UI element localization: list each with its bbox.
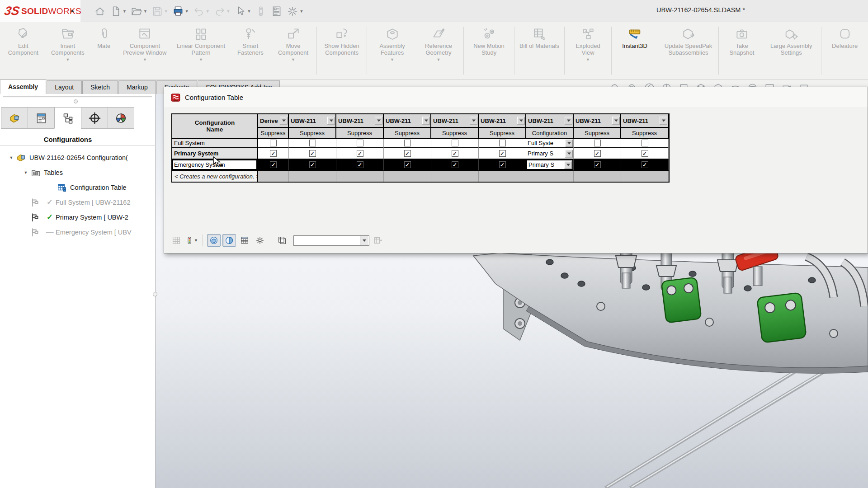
- dropdown-arrow-icon[interactable]: ▼: [143, 9, 147, 14]
- column-dropdown-button[interactable]: [470, 117, 477, 125]
- expander-icon[interactable]: ▼: [6, 155, 16, 160]
- move-component-button[interactable]: Move Component▼: [272, 26, 315, 62]
- column-header-8[interactable]: UBW-211: [621, 114, 669, 128]
- suppress-cell[interactable]: ✓: [336, 160, 384, 171]
- tree-item-full-system-ubw-21162[interactable]: ✓Full System [ UBW-21162: [0, 195, 156, 210]
- dropdown-arrow-icon[interactable]: ▼: [185, 9, 189, 14]
- suppress-cell[interactable]: [336, 139, 384, 148]
- suppress-checkbox[interactable]: ✓: [452, 150, 458, 157]
- flyout-arrow-icon[interactable]: ▼: [66, 57, 70, 62]
- suppress-checkbox[interactable]: ✓: [357, 150, 363, 157]
- column-header-3[interactable]: UBW-211: [384, 114, 431, 128]
- save-button[interactable]: ▼: [150, 4, 170, 19]
- suppress-checkbox[interactable]: ✓: [452, 161, 458, 168]
- suppress-cell[interactable]: ✓: [431, 160, 479, 171]
- suppress-checkbox[interactable]: ✓: [594, 150, 601, 157]
- exploded-view-button[interactable]: Exploded View▼: [566, 26, 609, 62]
- suppress-checkbox[interactable]: ✓: [404, 161, 411, 168]
- suppress-cell[interactable]: [431, 139, 479, 148]
- show-configurations-button[interactable]: [207, 234, 221, 247]
- suppress-cell[interactable]: [574, 139, 621, 148]
- file-properties-button[interactable]: [269, 4, 284, 19]
- suppress-cell[interactable]: ✓: [384, 148, 431, 160]
- panel-splitter[interactable]: [3, 96, 152, 98]
- suppress-cell[interactable]: ✓: [574, 160, 621, 171]
- tree-item-tables[interactable]: ▼Tables: [0, 165, 156, 180]
- column-header-7[interactable]: UBW-211: [574, 114, 621, 128]
- new-configuration-cell[interactable]: < Creates a new configuration. >: [172, 171, 258, 182]
- copy-table-button[interactable]: [275, 234, 289, 247]
- suppress-checkbox[interactable]: [642, 140, 648, 146]
- flyout-arrow-icon[interactable]: ▼: [437, 57, 441, 62]
- tab-sketch[interactable]: Sketch: [82, 80, 118, 94]
- suppress-cell[interactable]: ✓: [258, 148, 289, 160]
- panel-tab-dimxpert[interactable]: [81, 107, 108, 129]
- config-dropdown-button[interactable]: [565, 150, 573, 157]
- update-table-button[interactable]: [371, 234, 385, 247]
- table-parameters-button[interactable]: [238, 234, 251, 247]
- tree-item-primary-system-ubw-2[interactable]: ✓Primary System [ UBW-2: [0, 210, 156, 225]
- flyout-arrow-icon[interactable]: ▼: [143, 57, 147, 62]
- mate-button[interactable]: Mate: [91, 26, 117, 49]
- suppress-checkbox[interactable]: [499, 140, 506, 146]
- touch-mode-button[interactable]: [254, 4, 268, 19]
- panel-tab-display-manager[interactable]: [108, 107, 134, 129]
- suppress-cell[interactable]: ✓: [431, 148, 479, 160]
- config-name-cell-full-system[interactable]: Full System: [172, 139, 258, 148]
- suppress-cell[interactable]: [384, 139, 431, 148]
- dialog-title-bar[interactable]: Configuration Table: [164, 87, 868, 107]
- expander-icon[interactable]: ▼: [21, 170, 31, 175]
- suppress-cell[interactable]: ✓: [479, 160, 526, 171]
- suppress-checkbox[interactable]: ✓: [642, 150, 648, 157]
- column-dropdown-button[interactable]: [327, 117, 335, 125]
- new-document-button[interactable]: ▼: [108, 4, 128, 19]
- traffic-light-button[interactable]: ▼: [185, 234, 198, 247]
- tree-item-configuration-table[interactable]: Configuration Table: [0, 180, 156, 195]
- suppress-cell[interactable]: [289, 139, 336, 148]
- suppress-checkbox[interactable]: ✓: [270, 150, 277, 157]
- tree-item-emergency-system-ubv[interactable]: —Emergency System [ UBV: [0, 225, 156, 239]
- tree-item-ubw-21162-02654-configuration[interactable]: ▼UBW-21162-02654 Configuration(: [0, 150, 156, 165]
- suppress-cell[interactable]: ✓: [574, 148, 621, 160]
- table-settings-button[interactable]: [253, 234, 267, 247]
- column-header-4[interactable]: UBW-211: [431, 114, 479, 128]
- new-motion-study-button[interactable]: New Motion Study: [466, 26, 512, 56]
- column-dropdown-button[interactable]: [565, 117, 572, 125]
- print-button[interactable]: ▼: [171, 4, 190, 19]
- logo-expand-arrow[interactable]: ▸: [71, 7, 75, 14]
- column-dropdown-button[interactable]: [517, 117, 525, 125]
- suppress-cell[interactable]: [258, 139, 289, 148]
- update-speedpak-subassemblies-button[interactable]: Update SpeedPak Subassemblies: [660, 26, 716, 56]
- suppress-cell[interactable]: ✓: [289, 160, 336, 171]
- suppress-checkbox[interactable]: ✓: [404, 150, 411, 157]
- large-assembly-settings-button[interactable]: Large Assembly Settings: [763, 26, 819, 56]
- suppress-cell[interactable]: ✓: [336, 148, 384, 160]
- dropdown-arrow-icon[interactable]: ▼: [299, 9, 303, 14]
- configuration-cell[interactable]: Full Syste: [526, 139, 574, 148]
- component-preview-window-button[interactable]: Component Preview Window▼: [117, 26, 173, 62]
- suppress-cell[interactable]: [621, 139, 669, 148]
- column-dropdown-button[interactable]: [612, 117, 620, 125]
- flyout-arrow-icon[interactable]: ▼: [199, 57, 203, 62]
- table-filter-combobox[interactable]: [293, 235, 369, 246]
- config-dropdown-button[interactable]: [564, 161, 572, 169]
- panel-tab-feature-manager[interactable]: [1, 107, 28, 129]
- suppress-cell[interactable]: ✓: [479, 148, 526, 160]
- config-dropdown-button[interactable]: [565, 139, 573, 147]
- column-header-5[interactable]: UBW-211: [479, 114, 526, 128]
- tab-assembly[interactable]: Assembly: [0, 80, 46, 94]
- suppress-checkbox[interactable]: [309, 140, 316, 146]
- bill-of-materials-button[interactable]: Bill of Materials: [516, 26, 562, 49]
- tab-markup[interactable]: Markup: [118, 80, 156, 94]
- flyout-arrow-icon[interactable]: ▼: [390, 57, 394, 62]
- reference-geometry-button[interactable]: Reference Geometry▼: [415, 26, 462, 62]
- suppress-checkbox[interactable]: ✓: [499, 161, 506, 168]
- instant3d-button[interactable]: Instant3D: [613, 26, 656, 49]
- defeature-button[interactable]: Defeature: [823, 26, 866, 49]
- sidebar-splitter-knob[interactable]: [153, 292, 157, 296]
- suppress-checkbox[interactable]: ✓: [357, 161, 363, 168]
- column-header-2[interactable]: UBW-211: [336, 114, 384, 128]
- panel-tab-configuration-manager[interactable]: [54, 107, 81, 129]
- suppress-checkbox[interactable]: [357, 140, 363, 146]
- combobox-arrow-icon[interactable]: [360, 236, 368, 245]
